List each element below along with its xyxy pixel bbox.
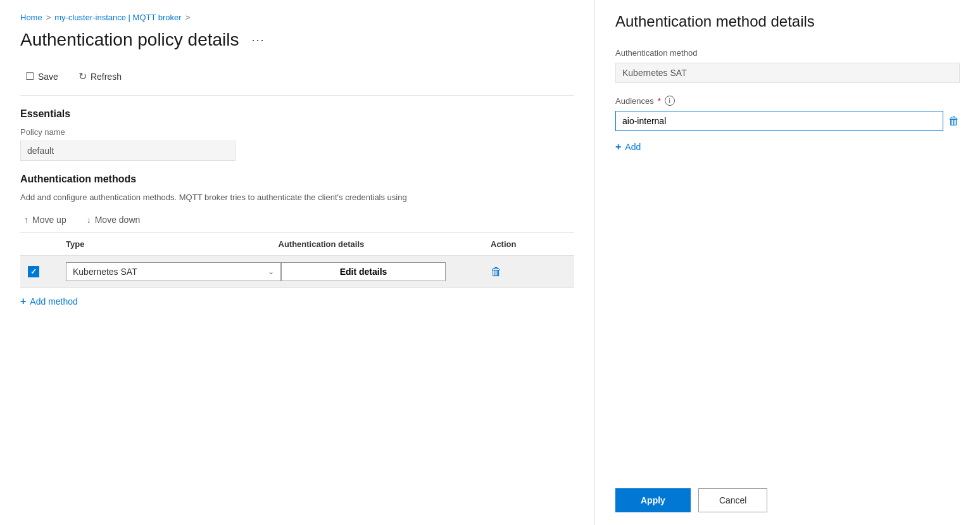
- type-dropdown-value: Kubernetes SAT: [73, 267, 137, 277]
- audience-input-row: 🗑: [615, 111, 960, 131]
- table-header: Type Authentication details Action: [20, 233, 574, 255]
- add-audience-button[interactable]: + Add: [615, 139, 960, 155]
- type-dropdown[interactable]: Kubernetes SAT ⌄: [66, 262, 281, 281]
- breadcrumb-sep2: >: [185, 13, 191, 22]
- audiences-required-star: *: [658, 96, 661, 106]
- move-up-icon: ↑: [24, 215, 28, 225]
- page-title-container: Authentication policy details ···: [20, 30, 574, 50]
- col-type-header: Type: [66, 239, 279, 249]
- breadcrumb-cluster[interactable]: my-cluster-instance | MQTT broker: [54, 13, 181, 22]
- refresh-label: Refresh: [91, 72, 122, 82]
- audiences-info-icon: i: [665, 96, 675, 106]
- col-action-header: Action: [491, 239, 567, 249]
- breadcrumb-sep1: >: [46, 13, 51, 22]
- ellipsis-button[interactable]: ···: [247, 31, 270, 49]
- policy-name-value: default: [20, 141, 236, 161]
- move-down-icon: ↓: [87, 215, 91, 225]
- breadcrumb-home[interactable]: Home: [20, 13, 42, 22]
- row-checkbox[interactable]: [28, 266, 66, 277]
- move-up-button[interactable]: ↑ Move up: [20, 212, 70, 227]
- refresh-icon: ↻: [79, 70, 87, 82]
- auth-method-value: Kubernetes SAT: [615, 63, 960, 83]
- row-auth-details: Edit details: [281, 262, 491, 281]
- edit-details-button[interactable]: Edit details: [281, 262, 446, 281]
- checkbox-checked[interactable]: [28, 266, 39, 277]
- auth-methods-title: Authentication methods: [20, 174, 574, 185]
- row-type: Kubernetes SAT ⌄: [66, 262, 281, 281]
- save-label: Save: [38, 72, 58, 82]
- audience-input[interactable]: [615, 111, 943, 131]
- table-row: Kubernetes SAT ⌄ Edit details 🗑: [20, 255, 574, 288]
- move-down-button[interactable]: ↓ Move down: [83, 212, 144, 227]
- chevron-down-icon: ⌄: [268, 267, 274, 276]
- essentials-title: Essentials: [20, 108, 574, 120]
- col-checkbox-header: [28, 239, 66, 249]
- auth-method-label: Authentication method: [615, 48, 960, 58]
- col-auth-details-header: Authentication details: [279, 239, 491, 249]
- toolbar: ☐ Save ↻ Refresh: [20, 63, 574, 90]
- audience-delete-icon[interactable]: 🗑: [948, 115, 960, 128]
- refresh-button[interactable]: ↻ Refresh: [73, 68, 127, 85]
- row-action: 🗑: [491, 265, 567, 279]
- cancel-button[interactable]: Cancel: [698, 488, 768, 512]
- move-down-label: Move down: [95, 215, 141, 225]
- left-panel: Home > my-cluster-instance | MQTT broker…: [0, 0, 595, 525]
- add-audience-plus-icon: +: [615, 141, 621, 153]
- bottom-actions: Apply Cancel: [615, 476, 960, 512]
- right-panel: Authentication method details Authentica…: [595, 0, 980, 525]
- auth-methods-desc: Add and configure authentication methods…: [20, 193, 565, 202]
- apply-button[interactable]: Apply: [615, 488, 691, 512]
- breadcrumb: Home > my-cluster-instance | MQTT broker…: [20, 13, 574, 22]
- save-button[interactable]: ☐ Save: [20, 68, 63, 85]
- plus-icon: +: [20, 296, 26, 307]
- save-icon: ☐: [25, 70, 34, 82]
- move-up-label: Move up: [32, 215, 66, 225]
- add-audience-label: Add: [625, 142, 641, 152]
- add-method-label: Add method: [30, 296, 78, 307]
- toolbar-divider: [20, 95, 574, 96]
- add-method-button[interactable]: + Add method: [20, 288, 78, 315]
- page-title: Authentication policy details: [20, 30, 239, 50]
- audiences-label-container: Audiences * i: [615, 96, 960, 106]
- policy-name-label: Policy name: [20, 127, 574, 137]
- move-toolbar: ↑ Move up ↓ Move down: [20, 212, 574, 227]
- right-panel-title: Authentication method details: [615, 13, 960, 30]
- audiences-label-text: Audiences: [615, 96, 654, 106]
- delete-row-icon[interactable]: 🗑: [491, 265, 502, 278]
